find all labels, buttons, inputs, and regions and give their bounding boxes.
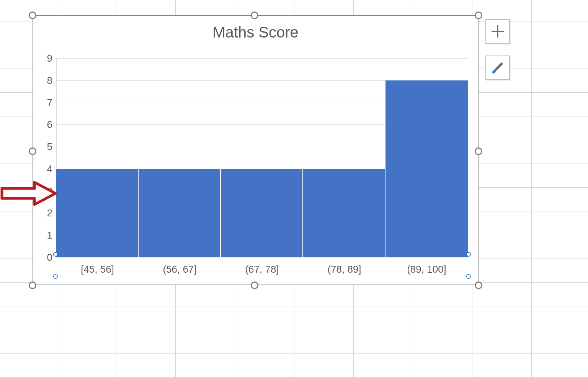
histogram-bar[interactable] xyxy=(139,169,221,257)
y-tick-label: 8 xyxy=(41,74,52,86)
x-tick-label: (56, 67] xyxy=(163,263,196,275)
y-tick-label: 0 xyxy=(41,252,52,263)
chart-object[interactable]: Maths Score 0123456789 [45, 56](56, 67](… xyxy=(33,15,479,285)
y-tick-label: 1 xyxy=(41,229,52,241)
chart-styles-button[interactable] xyxy=(485,56,510,80)
x-tick-label: (89, 100] xyxy=(407,263,446,275)
histogram-bars[interactable] xyxy=(56,58,468,257)
chart-title[interactable]: Maths Score xyxy=(33,24,478,41)
x-tick-label: (78, 89] xyxy=(327,263,361,275)
plot-area[interactable]: 0123456789 xyxy=(56,58,468,257)
histogram-bar[interactable] xyxy=(56,169,139,257)
plus-icon xyxy=(490,24,505,39)
annotation-arrow-icon xyxy=(0,180,57,207)
chart-elements-button[interactable] xyxy=(485,19,510,44)
histogram-bar[interactable] xyxy=(303,169,385,257)
x-tick-label: (67, 78] xyxy=(245,263,279,275)
y-tick-label: 7 xyxy=(41,97,52,108)
x-tick-label: [45, 56] xyxy=(81,263,114,275)
y-tick-label: 4 xyxy=(41,163,52,175)
paintbrush-icon xyxy=(490,60,505,75)
histogram-bar[interactable] xyxy=(385,80,468,257)
y-tick-label: 5 xyxy=(41,141,52,153)
x-axis[interactable]: [45, 56](56, 67](67, 78](78, 89](89, 100… xyxy=(56,259,468,282)
y-tick-label: 2 xyxy=(41,207,52,219)
y-tick-label: 6 xyxy=(41,119,52,131)
histogram-bar[interactable] xyxy=(221,169,303,257)
y-tick-label: 9 xyxy=(41,52,52,64)
